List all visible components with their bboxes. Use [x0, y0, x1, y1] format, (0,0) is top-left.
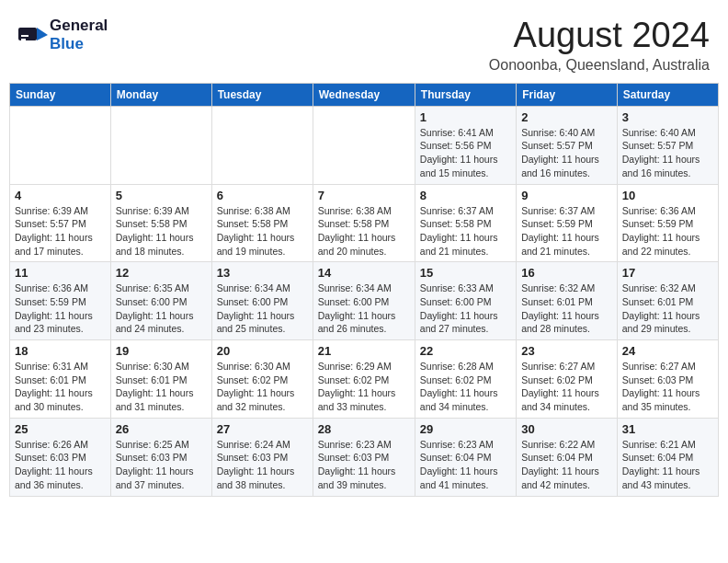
logo-icon — [18, 20, 48, 50]
day-info: Sunrise: 6:22 AM Sunset: 6:04 PM Dayligh… — [521, 438, 612, 492]
day-info: Sunrise: 6:39 AM Sunset: 5:58 PM Dayligh… — [116, 204, 207, 259]
calendar-week-row: 25Sunrise: 6:26 AM Sunset: 6:03 PM Dayli… — [10, 418, 719, 496]
day-number: 14 — [318, 266, 410, 280]
day-number: 28 — [318, 422, 410, 436]
svg-rect-0 — [18, 28, 37, 40]
day-info: Sunrise: 6:31 AM Sunset: 6:01 PM Dayligh… — [15, 360, 106, 414]
calendar-cell — [110, 106, 211, 184]
calendar-cell: 27Sunrise: 6:24 AM Sunset: 6:03 PM Dayli… — [211, 418, 313, 496]
weekday-header: Thursday — [415, 83, 516, 106]
calendar-cell — [211, 106, 313, 184]
calendar-cell — [313, 106, 415, 184]
day-number: 15 — [420, 266, 511, 280]
title-block: August 2024 Oonoonba, Queensland, Austra… — [489, 17, 710, 74]
day-info: Sunrise: 6:32 AM Sunset: 6:01 PM Dayligh… — [622, 282, 713, 336]
day-number: 3 — [622, 110, 713, 124]
calendar-cell: 9Sunrise: 6:37 AM Sunset: 5:59 PM Daylig… — [517, 184, 618, 262]
calendar-cell: 4Sunrise: 6:39 AM Sunset: 5:57 PM Daylig… — [10, 184, 111, 262]
day-number: 20 — [217, 344, 308, 358]
day-info: Sunrise: 6:41 AM Sunset: 5:56 PM Dayligh… — [420, 126, 511, 180]
svg-rect-3 — [21, 39, 26, 40]
calendar-cell: 31Sunrise: 6:21 AM Sunset: 6:04 PM Dayli… — [617, 418, 718, 496]
calendar-cell: 1Sunrise: 6:41 AM Sunset: 5:56 PM Daylig… — [415, 106, 516, 184]
day-info: Sunrise: 6:38 AM Sunset: 5:58 PM Dayligh… — [217, 204, 308, 259]
page-header: General Blue August 2024 Oonoonba, Queen… — [9, 9, 719, 77]
calendar-cell: 3Sunrise: 6:40 AM Sunset: 5:57 PM Daylig… — [617, 106, 718, 184]
day-number: 6 — [217, 189, 308, 202]
svg-marker-1 — [37, 28, 48, 40]
day-number: 24 — [622, 344, 713, 358]
day-number: 1 — [420, 110, 511, 124]
day-info: Sunrise: 6:23 AM Sunset: 6:03 PM Dayligh… — [318, 438, 410, 492]
calendar-cell: 10Sunrise: 6:36 AM Sunset: 5:59 PM Dayli… — [617, 184, 718, 262]
day-number: 12 — [116, 266, 207, 280]
day-number: 31 — [622, 422, 713, 436]
calendar-cell: 21Sunrise: 6:29 AM Sunset: 6:02 PM Dayli… — [313, 340, 415, 419]
calendar-cell: 26Sunrise: 6:25 AM Sunset: 6:03 PM Dayli… — [110, 418, 211, 496]
calendar-week-row: 4Sunrise: 6:39 AM Sunset: 5:57 PM Daylig… — [10, 184, 719, 262]
day-number: 10 — [622, 189, 713, 202]
calendar-cell: 14Sunrise: 6:34 AM Sunset: 6:00 PM Dayli… — [313, 262, 415, 340]
calendar-cell — [10, 106, 111, 184]
day-info: Sunrise: 6:36 AM Sunset: 5:59 PM Dayligh… — [622, 204, 713, 259]
calendar-header-row: SundayMondayTuesdayWednesdayThursdayFrid… — [10, 83, 719, 106]
calendar-cell: 18Sunrise: 6:31 AM Sunset: 6:01 PM Dayli… — [10, 340, 111, 419]
day-number: 27 — [217, 422, 308, 436]
location-title: Oonoonba, Queensland, Australia — [489, 57, 710, 74]
calendar-cell: 11Sunrise: 6:36 AM Sunset: 5:59 PM Dayli… — [10, 262, 111, 340]
day-info: Sunrise: 6:30 AM Sunset: 6:02 PM Dayligh… — [217, 360, 308, 414]
day-info: Sunrise: 6:35 AM Sunset: 6:00 PM Dayligh… — [116, 282, 207, 336]
day-number: 23 — [521, 344, 612, 358]
day-number: 13 — [217, 266, 308, 280]
day-info: Sunrise: 6:34 AM Sunset: 6:00 PM Dayligh… — [217, 282, 308, 336]
weekday-header: Monday — [110, 83, 211, 106]
calendar-table: SundayMondayTuesdayWednesdayThursdayFrid… — [9, 83, 719, 497]
logo-blue-text: Blue — [50, 35, 84, 52]
day-info: Sunrise: 6:27 AM Sunset: 6:02 PM Dayligh… — [521, 360, 612, 414]
calendar-cell: 17Sunrise: 6:32 AM Sunset: 6:01 PM Dayli… — [617, 262, 718, 340]
month-title: August 2024 — [489, 17, 710, 55]
day-number: 16 — [521, 266, 612, 280]
calendar-cell: 20Sunrise: 6:30 AM Sunset: 6:02 PM Dayli… — [211, 340, 313, 419]
day-info: Sunrise: 6:40 AM Sunset: 5:57 PM Dayligh… — [622, 126, 713, 180]
calendar-cell: 13Sunrise: 6:34 AM Sunset: 6:00 PM Dayli… — [211, 262, 313, 340]
day-info: Sunrise: 6:33 AM Sunset: 6:00 PM Dayligh… — [420, 282, 511, 336]
day-info: Sunrise: 6:32 AM Sunset: 6:01 PM Dayligh… — [521, 282, 612, 336]
day-info: Sunrise: 6:36 AM Sunset: 5:59 PM Dayligh… — [15, 282, 106, 336]
calendar-cell: 25Sunrise: 6:26 AM Sunset: 6:03 PM Dayli… — [10, 418, 111, 496]
day-number: 4 — [15, 189, 106, 202]
day-info: Sunrise: 6:37 AM Sunset: 5:59 PM Dayligh… — [521, 204, 612, 259]
day-info: Sunrise: 6:26 AM Sunset: 6:03 PM Dayligh… — [15, 438, 106, 492]
day-number: 5 — [116, 189, 207, 202]
calendar-cell: 6Sunrise: 6:38 AM Sunset: 5:58 PM Daylig… — [211, 184, 313, 262]
calendar-cell: 12Sunrise: 6:35 AM Sunset: 6:00 PM Dayli… — [110, 262, 211, 340]
logo: General Blue — [18, 17, 108, 53]
calendar-cell: 2Sunrise: 6:40 AM Sunset: 5:57 PM Daylig… — [517, 106, 618, 184]
day-info: Sunrise: 6:30 AM Sunset: 6:01 PM Dayligh… — [116, 360, 207, 414]
day-info: Sunrise: 6:28 AM Sunset: 6:02 PM Dayligh… — [420, 360, 511, 414]
calendar-cell: 19Sunrise: 6:30 AM Sunset: 6:01 PM Dayli… — [110, 340, 211, 419]
day-info: Sunrise: 6:40 AM Sunset: 5:57 PM Dayligh… — [521, 126, 612, 180]
day-number: 7 — [318, 189, 410, 202]
day-number: 29 — [420, 422, 511, 436]
day-number: 11 — [15, 266, 106, 280]
calendar-week-row: 11Sunrise: 6:36 AM Sunset: 5:59 PM Dayli… — [10, 262, 719, 340]
calendar-week-row: 18Sunrise: 6:31 AM Sunset: 6:01 PM Dayli… — [10, 340, 719, 419]
day-number: 19 — [116, 344, 207, 358]
logo-general-text: General — [50, 17, 108, 34]
calendar-week-row: 1Sunrise: 6:41 AM Sunset: 5:56 PM Daylig… — [10, 106, 719, 184]
weekday-header: Saturday — [617, 83, 718, 106]
calendar-cell: 22Sunrise: 6:28 AM Sunset: 6:02 PM Dayli… — [415, 340, 516, 419]
svg-rect-2 — [21, 35, 28, 37]
day-info: Sunrise: 6:34 AM Sunset: 6:00 PM Dayligh… — [318, 282, 410, 336]
day-number: 30 — [521, 422, 612, 436]
calendar-cell: 8Sunrise: 6:37 AM Sunset: 5:58 PM Daylig… — [415, 184, 516, 262]
day-number: 9 — [521, 189, 612, 202]
calendar-cell: 30Sunrise: 6:22 AM Sunset: 6:04 PM Dayli… — [517, 418, 618, 496]
day-number: 8 — [420, 189, 511, 202]
day-info: Sunrise: 6:27 AM Sunset: 6:03 PM Dayligh… — [622, 360, 713, 414]
calendar-cell: 15Sunrise: 6:33 AM Sunset: 6:00 PM Dayli… — [415, 262, 516, 340]
day-info: Sunrise: 6:39 AM Sunset: 5:57 PM Dayligh… — [15, 204, 106, 259]
calendar-cell: 24Sunrise: 6:27 AM Sunset: 6:03 PM Dayli… — [617, 340, 718, 419]
day-info: Sunrise: 6:29 AM Sunset: 6:02 PM Dayligh… — [318, 360, 410, 414]
